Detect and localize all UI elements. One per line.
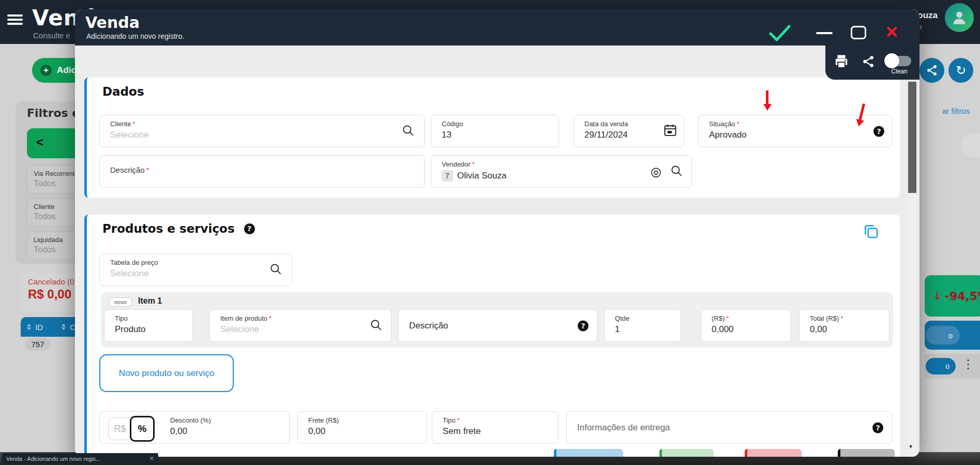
person-icon xyxy=(951,9,968,26)
modal-scrollbar[interactable] xyxy=(908,46,916,457)
share-icon xyxy=(862,55,875,68)
frete-label: Frete (R$) xyxy=(308,416,419,424)
required-mark: * xyxy=(726,314,729,322)
data-venda-field[interactable]: Data da venda 29/11/2024 xyxy=(574,115,684,147)
help-icon[interactable]: ? xyxy=(873,126,884,137)
required-mark: * xyxy=(269,314,272,322)
new-product-label: Novo produto ou serviço xyxy=(119,368,214,379)
clean-toggle[interactable] xyxy=(887,56,911,66)
codigo-value: 13 xyxy=(442,130,551,140)
scrollbar-thumb[interactable] xyxy=(908,82,916,193)
help-icon[interactable]: ? xyxy=(872,422,883,433)
tipo-frete-field[interactable]: Tipo* Sem frete xyxy=(432,411,559,444)
codigo-field[interactable]: Código 13 xyxy=(431,115,559,147)
item-total-field[interactable]: Total (R$)* 0,00 xyxy=(799,309,889,342)
clear-filters-link[interactable]: ar filtros xyxy=(942,107,970,115)
item-descricao-field[interactable]: Descrição ? xyxy=(398,309,597,342)
maximize-button[interactable] xyxy=(851,26,866,39)
close-icon[interactable]: ✕ xyxy=(149,455,154,462)
legend-chip-blue[interactable] xyxy=(554,449,623,457)
confirm-button[interactable] xyxy=(768,24,792,44)
sort-icon[interactable] xyxy=(62,324,66,330)
item-status-badge: novo xyxy=(109,297,132,307)
frete-field[interactable]: Frete (R$) 0,00 xyxy=(297,411,427,444)
discount-unit-toggle[interactable]: R$ % xyxy=(108,416,155,442)
refresh-button[interactable]: ↻ xyxy=(948,58,973,83)
legend-chip-gray[interactable] xyxy=(838,449,895,457)
screen: Vend Consulte e Olivia Souza Admin + Adi… xyxy=(0,0,980,465)
search-icon[interactable] xyxy=(369,318,383,334)
venda-modal: Venda Adicionando um novo registro. ✕ xyxy=(75,9,919,457)
plus-icon: + xyxy=(40,65,52,76)
item-title: Item 1 xyxy=(138,296,162,306)
legend-chip-red[interactable] xyxy=(745,449,802,457)
print-button[interactable] xyxy=(834,54,849,71)
produtos-title: Produtos e serviços xyxy=(102,222,235,235)
item-produto-placeholder: Selecione xyxy=(220,324,384,335)
calendar-icon[interactable] xyxy=(663,123,677,140)
search-icon[interactable] xyxy=(269,262,282,278)
share-button[interactable] xyxy=(862,55,875,70)
chevron-left-icon: < xyxy=(36,135,43,149)
vendedor-field[interactable]: Vendedor* 7Olivia Souza ◎ xyxy=(431,155,692,188)
minimize-button[interactable] xyxy=(816,32,833,34)
info-entrega-field[interactable]: Informações de entrega ? xyxy=(566,411,892,444)
item-qtde-value: 1 xyxy=(615,324,673,335)
cliente-field[interactable]: Cliente* Selecione xyxy=(99,115,425,147)
item-total-label: Total (R$) xyxy=(810,314,839,322)
taskbar-item[interactable]: Venda - Adicionando um novo regis... ✕ xyxy=(2,453,158,464)
duplicate-button[interactable] xyxy=(863,223,879,242)
item-tipo-label: Tipo xyxy=(115,314,185,322)
percent-option[interactable]: % xyxy=(130,416,155,442)
info-entrega-placeholder: Informações de entrega xyxy=(577,423,884,433)
item-total-value: 0,00 xyxy=(810,324,882,335)
close-icon: ✕ xyxy=(885,23,899,41)
produtos-card: Produtos e serviços ? Tabela de preço Se… xyxy=(84,215,900,457)
search-icon[interactable] xyxy=(401,124,415,139)
modal-title: Venda xyxy=(85,13,140,32)
scroll-down-icon[interactable]: ▾ xyxy=(909,443,912,450)
desconto-value: 0,00 xyxy=(170,426,211,437)
date-range-pill[interactable] xyxy=(961,133,980,157)
column-id[interactable]: ID xyxy=(35,323,43,332)
share-button[interactable] xyxy=(919,58,944,83)
variation-badge: ↓ -94,5% xyxy=(925,275,980,317)
new-product-button[interactable]: Novo produto ou serviço xyxy=(99,354,234,392)
avatar[interactable] xyxy=(945,3,974,32)
kebab-menu-icon[interactable]: ⋮ xyxy=(962,357,974,371)
view-icon[interactable]: ◎ xyxy=(651,164,661,179)
dados-title: Dados xyxy=(102,85,144,98)
dados-card: Dados Cliente* Selecione Código 13 Data … xyxy=(84,78,900,198)
printer-icon xyxy=(834,54,849,69)
search-icon[interactable] xyxy=(670,164,683,179)
row-id-badge: 757 xyxy=(25,338,51,351)
item-tipo-field[interactable]: Tipo Produto xyxy=(104,309,193,342)
descricao-field[interactable]: Descrição* xyxy=(99,155,425,188)
desconto-field[interactable]: R$ % Desconto (%) 0,00 xyxy=(99,411,290,444)
codigo-label: Código xyxy=(442,120,551,128)
required-mark: * xyxy=(737,120,740,128)
tabela-preco-field[interactable]: Tabela de preço Selecione xyxy=(99,253,292,286)
item-qtde-field[interactable]: Qtde 1 xyxy=(604,309,681,342)
tipo-frete-label: Tipo xyxy=(443,416,456,424)
header-pill[interactable]: o xyxy=(926,326,960,344)
modal-toolbar: Clean xyxy=(825,46,919,80)
table-row-right: o ⋮ xyxy=(925,354,980,379)
item-row: novo Item 1 Tipo Produto Item de produto… xyxy=(101,292,893,348)
item-valor-field[interactable]: (R$)* 0,000 xyxy=(701,309,791,342)
currency-option[interactable]: R$ xyxy=(108,417,132,440)
close-button[interactable]: ✕ xyxy=(885,23,899,41)
cliente-label: Cliente xyxy=(110,120,131,128)
help-icon[interactable]: ? xyxy=(578,320,589,331)
variation-value: -94,5% xyxy=(945,290,980,303)
situacao-field[interactable]: Situação* Aprovado ? xyxy=(698,115,892,147)
check-icon xyxy=(768,24,792,42)
frete-value: 0,00 xyxy=(308,426,419,437)
legend-chip-green[interactable] xyxy=(659,449,714,457)
status-pill[interactable]: o xyxy=(926,358,956,374)
help-icon[interactable]: ? xyxy=(244,223,255,234)
item-produto-field[interactable]: Item de produto* Selecione xyxy=(209,309,391,342)
hamburger-menu-icon[interactable] xyxy=(7,12,25,28)
item-qtde-label: Qtde xyxy=(615,314,673,322)
sort-icon[interactable] xyxy=(27,324,31,330)
